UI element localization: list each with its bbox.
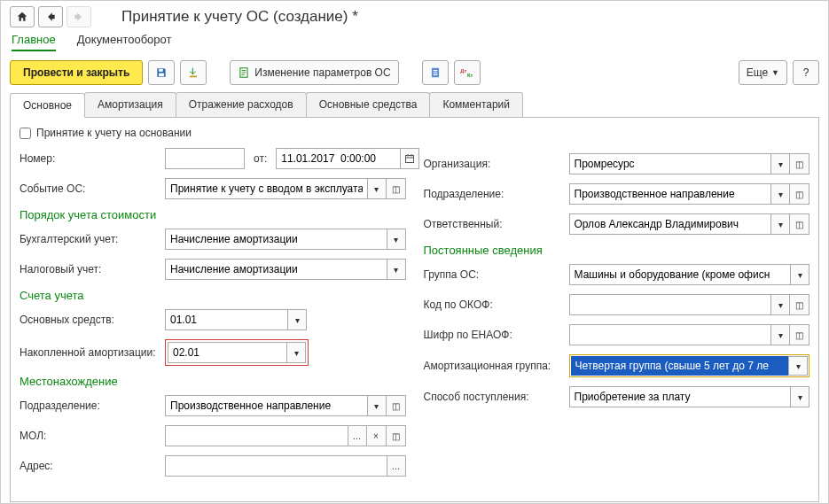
more-button[interactable]: Еще ▼: [739, 60, 787, 85]
open-icon: ◫: [392, 184, 400, 194]
form-body: Принятие к учету на основании Номер: от:…: [10, 118, 819, 502]
open-icon: ◫: [392, 431, 400, 441]
mol-open[interactable]: ◫: [387, 425, 406, 446]
mol-label: МОЛ:: [20, 430, 161, 442]
calendar-button[interactable]: [400, 148, 419, 169]
okof-dropdown[interactable]: ▾: [770, 294, 790, 315]
left-subdivision-input[interactable]: [165, 395, 367, 416]
nav-tab-main[interactable]: Главное: [12, 33, 56, 51]
acc-accounting-label: Бухгалтерский учет:: [20, 233, 161, 245]
date-input[interactable]: [276, 148, 400, 169]
group-os-input[interactable]: [569, 264, 791, 285]
report-button[interactable]: [422, 60, 449, 85]
chevron-down-icon: ▾: [374, 401, 379, 411]
acc-accounting-input[interactable]: [165, 229, 387, 250]
left-subdivision-open[interactable]: ◫: [387, 395, 406, 416]
tax-accounting-label: Налоговый учет:: [20, 263, 161, 275]
responsible-input[interactable]: [569, 213, 771, 235]
right-subdivision-input[interactable]: [569, 183, 771, 205]
change-params-label: Изменение параметров ОС: [254, 66, 390, 79]
address-input[interactable]: [165, 455, 387, 477]
chevron-down-icon: ▾: [394, 265, 398, 275]
nav-tab-docflow[interactable]: Документооборот: [77, 33, 172, 51]
mol-input[interactable]: [165, 425, 348, 446]
event-os-dropdown[interactable]: ▾: [367, 178, 387, 199]
help-button[interactable]: ?: [793, 60, 819, 85]
chevron-down-icon: ▾: [798, 270, 802, 280]
chevron-down-icon: ▼: [771, 68, 779, 77]
home-button[interactable]: [10, 6, 35, 27]
svg-rect-2: [190, 76, 197, 78]
svg-text:Кт: Кт: [467, 73, 473, 78]
mol-clear[interactable]: ×: [367, 425, 387, 446]
chevron-down-icon: ▾: [778, 300, 783, 310]
amort-group-input[interactable]: Четвертая группа (свыше 5 лет до 7 ле: [571, 356, 789, 376]
mol-ellipsis[interactable]: …: [348, 425, 367, 446]
left-subdivision-dropdown[interactable]: ▾: [367, 395, 387, 416]
right-subdivision-label: Подразделение:: [424, 188, 566, 200]
dtkt-button[interactable]: Дт Кт: [454, 60, 481, 85]
save-button[interactable]: [148, 60, 175, 85]
tab-expenses[interactable]: Отражение расходов: [176, 92, 307, 117]
enaof-input[interactable]: [569, 324, 771, 345]
right-column: Организация: ▾ ◫ Подразделение: ▾ ◫ Отве…: [424, 127, 810, 485]
acc-accounting-dropdown[interactable]: ▾: [387, 229, 406, 250]
section-location: Местонахождение: [20, 375, 406, 388]
document-icon: [238, 66, 250, 79]
right-subdivision-open[interactable]: ◫: [790, 183, 809, 205]
chevron-down-icon: ▾: [374, 184, 379, 194]
acq-method-dropdown[interactable]: ▾: [790, 386, 809, 407]
accum-depr-input[interactable]: [168, 342, 286, 363]
organization-open[interactable]: ◫: [790, 153, 809, 174]
organization-input[interactable]: [569, 153, 771, 174]
ellipsis-icon: …: [353, 431, 362, 441]
chevron-down-icon: ▾: [294, 348, 299, 358]
post-button[interactable]: [180, 60, 207, 85]
group-os-dropdown[interactable]: ▾: [790, 264, 809, 285]
enaof-open[interactable]: ◫: [790, 324, 809, 345]
enaof-dropdown[interactable]: ▾: [770, 324, 790, 345]
svg-rect-1: [159, 74, 164, 77]
tab-fixed-assets[interactable]: Основные средства: [306, 92, 431, 117]
tax-accounting-input[interactable]: [165, 259, 387, 280]
based-on-checkbox[interactable]: [20, 128, 31, 139]
toolbar: Провести и закрыть Изменение параметров …: [10, 60, 819, 85]
event-os-label: Событие ОС:: [20, 182, 161, 195]
organization-label: Организация:: [424, 158, 566, 170]
event-os-open[interactable]: ◫: [387, 178, 406, 199]
amort-group-dropdown[interactable]: ▾: [788, 356, 808, 376]
tax-accounting-dropdown[interactable]: ▾: [387, 259, 406, 280]
fixed-assets-acc-input[interactable]: [165, 309, 287, 330]
svg-rect-7: [406, 156, 414, 163]
number-input[interactable]: [165, 148, 245, 169]
calendar-icon: [404, 153, 415, 164]
accum-depr-dropdown[interactable]: ▾: [286, 342, 306, 363]
okof-open[interactable]: ◫: [790, 294, 809, 315]
post-icon: [187, 66, 199, 79]
report-icon: [429, 66, 442, 79]
okof-input[interactable]: [569, 294, 771, 315]
page-title: Принятие к учету ОС (создание) *: [121, 8, 358, 26]
tabstrip: Основное Амортизация Отражение расходов …: [10, 92, 819, 118]
organization-dropdown[interactable]: ▾: [770, 153, 790, 174]
from-label: от:: [254, 152, 267, 165]
chevron-down-icon: ▾: [778, 190, 783, 199]
responsible-dropdown[interactable]: ▾: [770, 213, 790, 235]
forward-button: [66, 6, 91, 27]
tab-depreciation[interactable]: Амортизация: [84, 92, 176, 117]
acq-method-input[interactable]: [569, 386, 791, 407]
right-subdivision-dropdown[interactable]: ▾: [770, 183, 790, 205]
responsible-open[interactable]: ◫: [790, 213, 809, 235]
fixed-assets-acc-dropdown[interactable]: ▾: [287, 309, 307, 330]
chevron-down-icon: ▾: [778, 330, 783, 340]
post-and-close-button[interactable]: Провести и закрыть: [10, 60, 143, 85]
tab-comment[interactable]: Комментарий: [429, 92, 523, 117]
dtkt-icon: Дт Кт: [459, 66, 475, 79]
address-ellipsis[interactable]: …: [387, 455, 406, 477]
event-os-input[interactable]: [165, 178, 367, 199]
change-params-button[interactable]: Изменение параметров ОС: [230, 60, 398, 85]
save-icon: [155, 66, 168, 79]
back-button[interactable]: [38, 6, 63, 27]
chevron-down-icon: ▾: [798, 392, 802, 402]
tab-main[interactable]: Основное: [10, 93, 85, 118]
